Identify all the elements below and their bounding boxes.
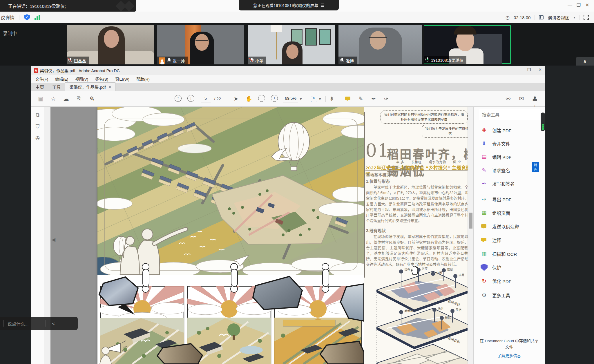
print-icon[interactable]: ⎘ [75, 95, 83, 103]
tool-export-pdf[interactable]: ⇨导出 PDF [481, 195, 511, 204]
tab-document[interactable]: 梁璐仪，作品集.pdf × [65, 82, 115, 91]
star-icon[interactable]: ☆ [49, 95, 57, 103]
menu-edit[interactable]: 编辑(E) [55, 76, 68, 82]
zoom-in-icon[interactable]: + [271, 95, 278, 102]
menu-help[interactable]: 帮助(H) [136, 76, 150, 82]
host-badge-icon [159, 57, 165, 64]
video-tile[interactable]: 逄博 [338, 25, 422, 64]
tool-create-pdf[interactable]: ✚创建 PDF [481, 126, 511, 135]
scroll-mode-icon[interactable]: ⇟ [328, 95, 336, 103]
tool-organize-pages[interactable]: ▦组织页面 [481, 209, 510, 217]
acrobat-window: A 梁璐仪，作品集.pdf - Adobe Acrobat Pro DC — ❐… [31, 66, 545, 364]
chat-overlay[interactable]: 说点什么... < [0, 317, 78, 330]
document-area[interactable]: ◀ [50, 107, 468, 364]
video-tile[interactable]: 小苹 [248, 25, 335, 64]
participant-face [104, 30, 119, 48]
highlighter-icon[interactable]: ✎ [357, 95, 365, 103]
video-tile-active-speaker[interactable]: 191010819梁璐仪 [424, 25, 511, 64]
tool-more-tools[interactable]: ⚙更多工具 [481, 291, 510, 300]
attachments-icon[interactable]: ✇ [35, 135, 41, 142]
scrollbar-thumb[interactable] [469, 213, 472, 229]
axon-layers-diagram: 提升 医疗 休闲 住宿 康养 美术馆 洗浴 餐饮 民宿 基地现状 基地业态 [374, 267, 468, 364]
cloud-upload-icon[interactable]: ☁ [62, 95, 70, 103]
column-divider [364, 112, 365, 278]
divider [228, 96, 228, 102]
featured-badge: 特色 [532, 162, 539, 172]
tool-combine-files[interactable]: ⇩合并文件 [481, 139, 510, 148]
security-shield-icon[interactable]: ✓ [24, 14, 30, 21]
chat-collapse-button[interactable]: < [52, 321, 55, 326]
menu-sign[interactable]: 签名(S) [95, 76, 108, 82]
minimize-button[interactable]: — [566, 2, 574, 8]
comment-icon[interactable] [345, 95, 352, 102]
acrobat-window-title: 梁璐仪，作品集.pdf - Adobe Acrobat Pro DC [40, 68, 120, 73]
select-cursor-icon[interactable]: ➤ [232, 95, 240, 103]
acrobat-close-button[interactable]: ✕ [538, 67, 542, 72]
strip-collapse-button[interactable]: ∧ [576, 57, 594, 66]
menu-file[interactable]: 文件(F) [35, 76, 48, 82]
page-thumbnails-icon[interactable]: ⧉ [35, 112, 41, 118]
menu-window[interactable]: 窗口(W) [115, 76, 129, 82]
tool-optimize-pdf[interactable]: ↻优化 PDF [481, 277, 511, 285]
tool-label: 发送以供注释 [492, 223, 519, 230]
maximize-button[interactable]: ❐ [574, 2, 583, 8]
participant-badge: 张一帅 [157, 57, 188, 64]
participant-badge: 田晶晶 [67, 57, 89, 64]
close-button[interactable]: ✕ [583, 2, 592, 8]
scroll-connector [142, 263, 150, 293]
tab-close-icon[interactable]: × [109, 85, 111, 89]
page-total-label: / 22 [212, 95, 223, 103]
fullscreen-icon[interactable] [584, 15, 589, 20]
chevron-down-icon[interactable]: ▾ [573, 16, 575, 19]
zoom-level-select[interactable]: 69.5% [283, 96, 298, 102]
tool-request-signatures[interactable]: ✎请求签名特色 [481, 166, 510, 175]
tools-search-input[interactable] [479, 109, 540, 120]
more-tools-icon: ⚙ [481, 292, 488, 299]
share-link-icon[interactable]: ⚯ [504, 95, 512, 103]
bookmarks-icon[interactable]: ⛉ [35, 124, 41, 130]
vertical-scrollbar[interactable] [468, 107, 473, 364]
network-signal-icon [35, 15, 40, 20]
video-tile[interactable]: 张一帅 [157, 25, 244, 64]
acrobat-minimize-button[interactable]: — [516, 67, 520, 72]
stamp-icon[interactable]: ✑ [382, 95, 390, 103]
view-mode-label[interactable]: 演讲者视图 [548, 15, 569, 21]
menu-view[interactable]: 视图(V) [75, 76, 88, 82]
page-number-input[interactable]: 5 [201, 96, 211, 102]
tool-fill-sign[interactable]: ✒填写和签名 [481, 179, 515, 188]
page-up-icon[interactable]: ↑ [175, 95, 182, 102]
tool-send-for-comments[interactable]: 发送以供注释 [481, 222, 519, 231]
tool-label: 保护 [492, 264, 501, 271]
cloud-note-line2: 文件 [474, 344, 545, 350]
tool-comment[interactable]: 注释 [481, 236, 501, 245]
save-icon[interactable]: ▣ [37, 95, 45, 103]
edit-pdf-icon: ▤ [481, 153, 488, 160]
learn-more-link[interactable]: 了解更多信息 [474, 353, 545, 359]
tool-scan-ocr[interactable]: ▥扫描和 OCR [481, 249, 517, 258]
hand-tool-icon[interactable]: ✋ [245, 95, 253, 103]
chat-input[interactable]: 说点什么... [8, 320, 29, 327]
zoom-out-icon[interactable]: − [258, 95, 265, 102]
video-tile[interactable]: 田晶晶 [67, 25, 154, 64]
fill-sign-icon[interactable]: ✒ [370, 95, 378, 103]
mic-active-icon [425, 57, 429, 63]
scroll-connector [230, 263, 238, 293]
prev-page-arrow[interactable]: ◀ [52, 237, 55, 243]
watching-toast-menu-icon[interactable]: ☰ [320, 3, 324, 8]
meeting-details-label[interactable]: 议详情 [1, 14, 15, 21]
email-icon[interactable]: ✉ [517, 95, 526, 103]
page-fit-icon[interactable] [311, 96, 317, 102]
page-down-icon[interactable]: ↓ [187, 95, 194, 102]
tool-protect[interactable]: 保护 [481, 263, 501, 272]
tool-edit-pdf[interactable]: ▤编辑 PDF [481, 153, 511, 161]
meeting-toolbar-right: ◷ 02:18:00 演讲者视图 ▾ [506, 12, 594, 23]
tab-document-label: 梁璐仪，作品集.pdf [69, 84, 106, 90]
divider [3, 320, 3, 327]
chevron-down-icon[interactable]: ▾ [318, 95, 322, 103]
tab-home[interactable]: 主页 [31, 83, 48, 91]
chevron-down-icon[interactable]: ▾ [299, 95, 303, 103]
add-person-icon[interactable]: 👤︎⁺ [531, 95, 539, 103]
acrobat-maximize-button[interactable]: ❐ [527, 67, 531, 72]
tab-tools[interactable]: 工具 [48, 83, 65, 91]
search-icon[interactable]: 🔍︎ [88, 95, 96, 103]
